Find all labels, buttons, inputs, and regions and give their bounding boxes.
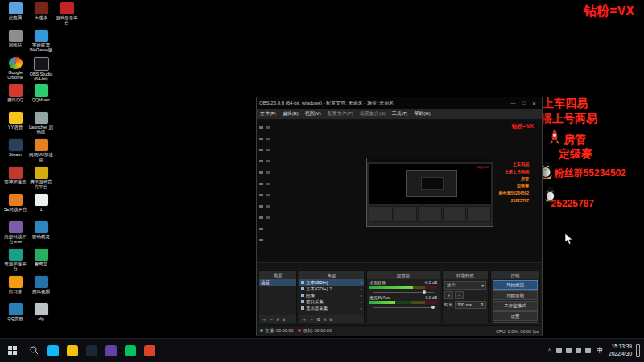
- tray-app-icon[interactable]: [585, 348, 591, 353]
- taskbar-search-button[interactable]: [24, 346, 43, 355]
- tray-expand-chevron-icon[interactable]: ＾: [547, 347, 552, 355]
- start-button[interactable]: [0, 346, 24, 355]
- visibility-icon[interactable]: ●: [361, 281, 362, 285]
- source-item[interactable]: 文本(GDI+) 2●: [299, 286, 364, 292]
- desktop-icon-wegame[interactable]: 英雄联盟WeGame版: [28, 30, 54, 55]
- desktop-icon-yy[interactable]: YY语音: [2, 112, 28, 137]
- taskbar-app-obs[interactable]: [179, 345, 198, 356]
- network-icon[interactable]: [556, 348, 562, 353]
- antivirus-icon[interactable]: [576, 348, 581, 353]
- mixer-channel-desktop-audio: 桌面音频-6.0 dB: [367, 279, 440, 294]
- live-indicator-icon: [260, 329, 263, 332]
- visibility-icon[interactable]: ●: [361, 306, 362, 311]
- source-down-button[interactable]: ∨: [329, 317, 332, 322]
- desktop-icon-tencent-games[interactable]: 腾讯游戏官方平台: [28, 167, 54, 191]
- menu-scene-collection[interactable]: 场景集合(S): [357, 110, 389, 117]
- yy-voice-icon: [9, 112, 23, 124]
- scene-up-button[interactable]: ∧: [276, 317, 279, 322]
- menu-help[interactable]: 帮助(H): [411, 110, 433, 117]
- volume-slider[interactable]: [369, 290, 437, 294]
- studio-mode-button[interactable]: 工作室模式: [493, 301, 538, 311]
- transition-select[interactable]: 淡出 ▾: [444, 281, 486, 290]
- desktop-icon-obs[interactable]: OBS Studio (64-bit): [28, 57, 54, 82]
- remove-source-button[interactable]: －: [309, 317, 314, 322]
- desktop-icon-game-login[interactable]: 游戏登录平台: [54, 2, 80, 27]
- visibility-icon[interactable]: ●: [361, 294, 362, 298]
- preview-dock-3: [418, 206, 442, 222]
- volume-meter-fill: [369, 286, 413, 289]
- menu-edit[interactable]: 编辑(E): [279, 110, 302, 117]
- taskbar-app-wechat[interactable]: [159, 345, 179, 356]
- start-streaming-button[interactable]: 开始推流: [493, 280, 538, 290]
- desktop-icon-cfg[interactable]: cfg: [28, 303, 54, 328]
- menu-file[interactable]: 文件(F): [257, 110, 279, 117]
- visibility-icon[interactable]: ●: [361, 300, 362, 304]
- desktop-icon-qqmusic[interactable]: QQMusic: [28, 84, 54, 109]
- mouse-cursor: [565, 233, 573, 248]
- obs-title-bar[interactable]: OBS 25.0.8 (64-bit, windows) - 配置文件: 未命名…: [257, 97, 542, 109]
- remove-transition-button[interactable]: －: [455, 291, 464, 299]
- volume-slider-handle[interactable]: [431, 306, 435, 309]
- desktop-icon-uu[interactable]: 网易UU加速器: [28, 139, 54, 164]
- add-source-button[interactable]: ＋: [302, 317, 307, 322]
- source-item[interactable]: 显示器采集●: [299, 305, 364, 311]
- maximize-button[interactable]: □: [518, 101, 529, 105]
- taskbar-app-qq[interactable]: [82, 345, 101, 356]
- source-item[interactable]: 文本(GDI+)●: [299, 279, 364, 286]
- desktop-icon-file-1[interactable]: 1: [28, 194, 54, 219]
- source-item[interactable]: 窗口采集●: [299, 298, 364, 305]
- start-recording-button[interactable]: 开始录制: [493, 290, 538, 300]
- ime-indicator[interactable]: 中: [595, 346, 605, 355]
- qq-icon: [86, 345, 97, 356]
- taskbar-app-launcher[interactable]: [140, 345, 159, 356]
- desktop-icon-battle-royale[interactable]: 大逃杀: [28, 2, 54, 27]
- recycle-bin-icon: [9, 30, 23, 42]
- desktop-icon-qq[interactable]: 腾讯QQ: [2, 84, 28, 109]
- desktop-icon-driver[interactable]: 驱动精灵: [28, 221, 54, 246]
- desktop-icon-qiyou[interactable]: 奇游加速平台: [2, 249, 28, 274]
- desktop-icon-recycle-bin[interactable]: 回收站: [2, 30, 28, 55]
- add-transition-button[interactable]: ＋: [444, 291, 453, 299]
- add-scene-button[interactable]: ＋: [262, 317, 266, 322]
- transition-selected-value: 淡出: [447, 282, 456, 288]
- close-button[interactable]: ✕: [529, 101, 539, 106]
- duration-stepper[interactable]: 300 ms ⇅: [455, 301, 486, 309]
- menu-view[interactable]: 视图(V): [302, 110, 324, 117]
- taskbar-app-steam[interactable]: [121, 345, 140, 356]
- source-up-button[interactable]: ∧: [323, 317, 326, 322]
- scene-item[interactable]: 场景: [259, 279, 296, 286]
- desktop-icon-tencent-video[interactable]: 腾讯视频: [28, 276, 54, 301]
- minimize-button[interactable]: —: [508, 101, 518, 105]
- exit-button[interactable]: 退出: [493, 322, 538, 323]
- volume-slider[interactable]: [369, 305, 437, 310]
- obs-preview-canvas[interactable]: 钻粉=VX 钻粉=VX: [257, 120, 542, 269]
- desktop-icon-chrome[interactable]: Google Chrome: [2, 57, 28, 82]
- taskbar-app-chrome[interactable]: [63, 345, 82, 356]
- volume-slider-handle[interactable]: [423, 290, 426, 294]
- desktop-icon-qq-pinyin[interactable]: QQ拼音: [2, 303, 28, 328]
- visibility-icon[interactable]: ●: [361, 287, 362, 291]
- taskbar-app-explorer[interactable]: [43, 345, 63, 356]
- menu-tools[interactable]: 工具(T): [389, 110, 411, 117]
- transitions-panel: 转场特效 淡出 ▾ ＋ － 时长 300 ms ⇅: [442, 270, 489, 323]
- remove-scene-button[interactable]: －: [269, 317, 274, 322]
- taskbar-clock[interactable]: 15:13:39 2022/4/30: [609, 343, 632, 356]
- preview-desktop-icons-strip-2: [266, 126, 270, 223]
- desktop-icon-shangyou[interactable]: 尚游对战平台.exe: [2, 221, 28, 246]
- action-center-icon[interactable]: [636, 344, 640, 357]
- taskbar-app-yy[interactable]: [101, 345, 121, 356]
- source-properties-button[interactable]: ⚙: [316, 317, 320, 322]
- scene-down-button[interactable]: ∨: [282, 317, 285, 322]
- settings-button[interactable]: 设置: [493, 311, 538, 321]
- desktop-icon-5e[interactable]: 5E对战平台: [2, 194, 28, 219]
- volume-icon[interactable]: [566, 348, 572, 353]
- menu-profile[interactable]: 配置文件(P): [324, 110, 357, 117]
- desktop-icon-steam[interactable]: Steam: [2, 139, 28, 164]
- desktop-icon-this-pc[interactable]: 此电脑: [2, 2, 28, 27]
- desktop-icon-launcher[interactable]: Launcher 启动器: [28, 112, 54, 137]
- desktop-icon-iqiyi[interactable]: 爱奇艺: [28, 249, 54, 274]
- desktop-icon-leishen[interactable]: 雷神加速器: [2, 167, 28, 191]
- source-item[interactable]: 图像●: [299, 292, 364, 298]
- image-source-icon: [301, 294, 304, 297]
- desktop-icon-sunflower[interactable]: 向日葵: [2, 276, 28, 301]
